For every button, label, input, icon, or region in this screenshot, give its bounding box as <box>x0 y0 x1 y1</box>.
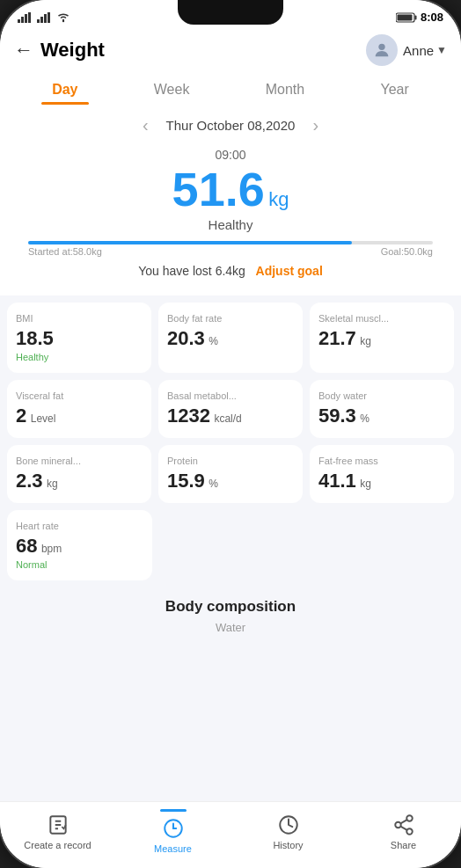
status-right: 8:08 <box>396 11 443 24</box>
metric-basal-label: Basal metabol... <box>167 390 294 401</box>
battery-icon <box>396 12 417 23</box>
signal2-icon <box>37 12 51 23</box>
wifi-icon <box>56 12 70 23</box>
tabs-bar: Day Week Month Year <box>0 73 461 103</box>
metric-heart-rate-label: Heart rate <box>16 521 143 531</box>
metric-skeletal-value-row: 21.7 kg <box>318 327 445 350</box>
share-svg <box>392 813 415 836</box>
page-title: Weight <box>40 39 366 62</box>
svg-point-21 <box>406 828 413 835</box>
phone-frame: 8:08 ← Weight Anne ▼ Day Week Month Year <box>0 0 461 868</box>
metric-body-water-value: 59.3 <box>318 405 356 427</box>
next-date-button[interactable]: › <box>309 112 322 139</box>
metric-visceral-unit: Level <box>31 412 56 425</box>
metric-bone-label: Bone mineral... <box>16 456 143 466</box>
nav-create-record[interactable]: Create a record <box>0 813 115 850</box>
body-composition-title: Body composition <box>165 598 296 615</box>
svg-rect-4 <box>37 19 40 23</box>
svg-rect-11 <box>397 14 412 20</box>
progress-bar-fill <box>28 241 352 244</box>
svg-line-22 <box>400 826 406 829</box>
status-left <box>18 12 70 23</box>
dropdown-arrow-icon[interactable]: ▼ <box>436 44 447 56</box>
metric-fat-free-value-row: 41.1 kg <box>318 470 445 492</box>
metric-bone-value-row: 2.3 kg <box>16 470 143 492</box>
create-record-svg <box>47 813 70 836</box>
tab-month[interactable]: Month <box>255 77 315 103</box>
tab-day[interactable]: Day <box>41 77 88 103</box>
metric-body-fat-value: 20.3 <box>167 327 205 349</box>
metric-visceral: Visceral fat 2 Level <box>7 380 151 438</box>
metric-body-fat-value-row: 20.3 % <box>167 327 294 350</box>
nav-share-label: Share <box>391 840 416 850</box>
metric-basal-value-row: 1232 kcal/d <box>167 405 294 427</box>
main-content: ‹ Thur October 08,2020 › 09:00 51.6 kg H… <box>0 103 461 801</box>
metric-bone-unit: kg <box>47 478 58 490</box>
metrics-grid: BMI 18.5 Healthy Body fat rate 20.3 % <box>0 295 461 510</box>
goal-label: Goal:50.0kg <box>381 246 433 257</box>
metric-protein-value-row: 15.9 % <box>167 470 294 492</box>
metric-skeletal-label: Skeletal muscl... <box>318 313 445 324</box>
progress-container: Started at:58.0kg Goal:50.0kg <box>28 241 433 257</box>
metric-bmi: BMI 18.5 Healthy <box>7 303 151 373</box>
metric-protein: Protein 15.9 % <box>158 445 303 503</box>
prev-date-button[interactable]: ‹ <box>139 112 152 139</box>
metric-body-water-value-row: 59.3 % <box>318 405 445 427</box>
weight-status: Healthy <box>14 217 447 232</box>
metric-skeletal-unit: kg <box>360 335 371 347</box>
metric-body-water-unit: % <box>360 412 370 425</box>
tab-week[interactable]: Week <box>143 77 201 103</box>
nav-measure[interactable]: Measure <box>115 809 230 854</box>
metric-bmi-value-row: 18.5 <box>16 327 143 350</box>
metric-skeletal: Skeletal muscl... 21.7 kg <box>310 303 454 373</box>
svg-point-12 <box>378 44 384 50</box>
body-composition-section: Body composition <box>0 587 461 619</box>
tab-year[interactable]: Year <box>370 77 419 103</box>
metric-basal-value: 1232 <box>167 405 210 427</box>
weight-unit: kg <box>268 188 289 210</box>
metric-skeletal-value: 21.7 <box>318 327 356 349</box>
metric-bmi-value: 18.5 <box>16 327 54 349</box>
svg-rect-10 <box>414 15 416 19</box>
metric-visceral-value-row: 2 Level <box>16 405 143 427</box>
phone-screen: 8:08 ← Weight Anne ▼ Day Week Month Year <box>0 0 461 868</box>
svg-rect-6 <box>44 14 47 23</box>
heart-rate-row: Heart rate 68 bpm Normal <box>0 510 461 587</box>
svg-line-23 <box>400 820 406 823</box>
metric-bmi-label: BMI <box>16 313 143 324</box>
metric-fat-free: Fat-free mass 41.1 kg <box>310 445 454 503</box>
svg-rect-3 <box>28 12 31 23</box>
svg-rect-0 <box>18 19 20 23</box>
avatar <box>366 34 398 66</box>
history-svg <box>277 813 300 836</box>
user-name[interactable]: Anne <box>403 43 434 58</box>
adjust-goal-button[interactable]: Adjust goal <box>256 264 323 278</box>
metric-body-fat-unit: % <box>209 335 218 347</box>
metric-heart-rate-value-row: 68 bpm <box>16 535 143 558</box>
metric-body-water-label: Body water <box>318 390 445 401</box>
svg-point-19 <box>406 815 413 821</box>
record-time: 09:00 <box>14 148 447 162</box>
nav-share[interactable]: Share <box>346 813 461 850</box>
nav-measure-bar <box>160 809 187 812</box>
metric-basal-unit: kcal/d <box>214 412 241 425</box>
nav-history[interactable]: History <box>230 813 346 850</box>
metric-bmi-sub: Healthy <box>16 352 143 362</box>
svg-point-8 <box>62 19 64 21</box>
metric-protein-unit: % <box>209 478 218 490</box>
history-icon <box>277 813 300 836</box>
lost-text: You have lost 6.4kg Adjust goal <box>14 259 447 285</box>
signal-icon <box>18 12 32 23</box>
svg-rect-7 <box>48 12 50 23</box>
back-button[interactable]: ← <box>14 39 33 62</box>
metric-heart-rate-sub: Normal <box>16 559 143 570</box>
metric-fat-free-unit: kg <box>360 478 371 490</box>
bottom-navigation: Create a record Measure <box>0 801 461 868</box>
current-date: Thur October 08,2020 <box>166 118 296 133</box>
time-display: 8:08 <box>421 11 443 24</box>
metric-body-water: Body water 59.3 % <box>310 380 454 438</box>
metric-fat-free-label: Fat-free mass <box>318 456 445 466</box>
metric-body-fat-label: Body fat rate <box>167 313 294 324</box>
weight-value: 51.6 <box>172 163 265 215</box>
share-icon <box>392 813 415 836</box>
